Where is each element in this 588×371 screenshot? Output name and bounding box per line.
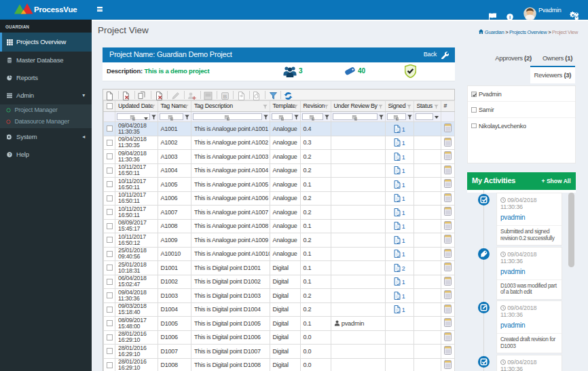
svg-text:B: B xyxy=(223,94,227,100)
svg-text:i: i xyxy=(509,14,511,20)
